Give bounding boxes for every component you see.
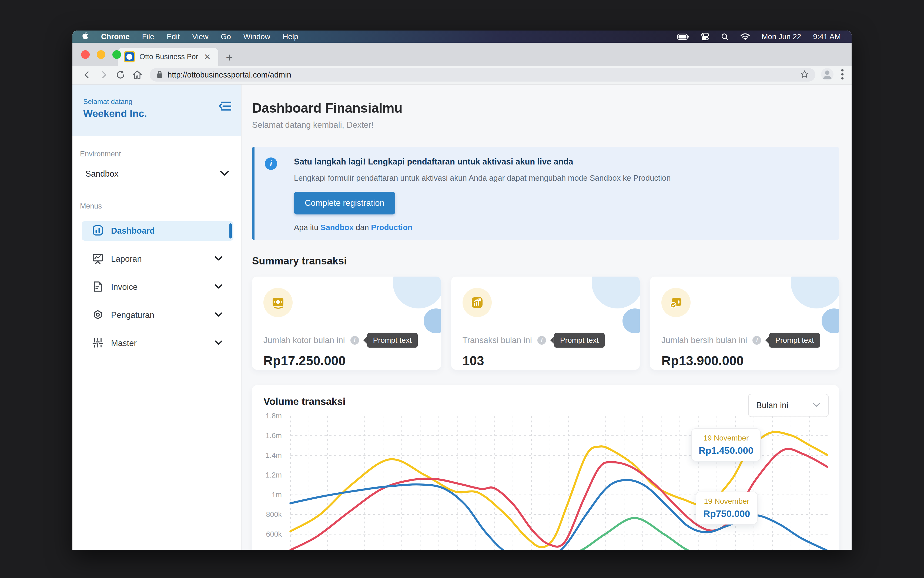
page-title: Dashboard Finansialmu — [252, 100, 839, 116]
volume-chart: 1.8m1.6m1.4m1.2m1m800k600k 19 November R… — [263, 411, 828, 550]
decor-circle — [622, 308, 640, 333]
battery-icon[interactable] — [677, 34, 689, 40]
bookmark-star-icon[interactable] — [800, 70, 809, 80]
minimize-window-button[interactable] — [97, 50, 106, 59]
environment-selector[interactable]: Sandbox — [72, 163, 241, 185]
banner-title: Satu langkah lagi! Lengkapi pendaftaran … — [294, 157, 828, 167]
page-content: Selamat datang Weekend Inc. Environment … — [72, 84, 852, 550]
card-value: Rp17.250.000 — [263, 353, 430, 368]
chevron-down-icon — [214, 284, 222, 290]
info-icon[interactable]: i — [752, 336, 761, 345]
tooltip-value: Rp750.000 — [703, 508, 750, 519]
info-icon[interactable]: i — [538, 336, 546, 345]
address-bar[interactable]: http://ottobusinessportal.com/admin — [150, 68, 815, 81]
card-label: Jumlah kotor bulan ini — [263, 336, 345, 345]
banner-subtitle: Lengkapi formulir pendaftaran untuk akti… — [294, 174, 828, 183]
sidebar-item-label: Master — [111, 338, 214, 348]
svg-text:1.4m: 1.4m — [266, 451, 282, 459]
sidebar: Selamat datang Weekend Inc. Environment … — [72, 84, 242, 550]
sidebar-item-label: Pengaturan — [111, 310, 214, 320]
prompt-tooltip: Prompt text — [769, 333, 820, 347]
profile-avatar-icon[interactable] — [821, 68, 834, 82]
home-icon[interactable] — [130, 68, 144, 82]
environment-value: Sandbox — [85, 169, 220, 179]
info-icon[interactable]: i — [351, 336, 359, 345]
collapse-sidebar-icon[interactable] — [219, 101, 231, 113]
welcome-text: Selamat datang — [83, 97, 231, 106]
complete-registration-button[interactable]: Complete registration — [294, 192, 395, 214]
card-jumlah-bersih: Jumlah bersih bulan ini i Prompt text Rp… — [650, 276, 839, 370]
sidebar-item-pengaturan[interactable]: Pengaturan — [82, 305, 234, 325]
menu-file[interactable]: File — [142, 32, 154, 41]
tab-otto-business-portal[interactable]: Otto Business Portal ✕ — [118, 48, 218, 66]
company-name: Weekend Inc. — [83, 108, 231, 119]
tooltip-value: Rp1.450.000 — [699, 445, 753, 456]
new-tab-button[interactable]: + — [226, 52, 233, 63]
dashboard-icon — [92, 225, 104, 237]
banknote-icon — [263, 288, 292, 317]
production-link[interactable]: Production — [371, 223, 412, 232]
back-icon[interactable] — [80, 68, 94, 82]
lock-icon — [156, 70, 163, 80]
menus-label: Menus — [80, 202, 241, 210]
site-favicon — [124, 51, 135, 62]
page-subtitle: Selamat datang kembali, Dexter! — [252, 120, 839, 130]
period-filter-value: Bulan ini — [756, 401, 812, 410]
apple-menu-icon[interactable] — [81, 32, 89, 42]
active-indicator — [229, 223, 232, 239]
chevron-down-icon — [214, 312, 222, 318]
menu-bar-date[interactable]: Mon Jun 22 — [762, 32, 801, 41]
sidebar-item-label: Laporan — [111, 254, 214, 264]
menu-bar-clock[interactable]: 9:41 AM — [813, 32, 841, 41]
svg-text:800k: 800k — [266, 510, 282, 519]
main-content: Dashboard Finansialmu Selamat datang kem… — [242, 84, 852, 550]
tab-strip: Otto Business Portal ✕ + — [72, 43, 852, 66]
chevron-down-icon — [220, 171, 229, 177]
menu-chrome[interactable]: Chrome — [101, 32, 130, 41]
menu-go[interactable]: Go — [221, 32, 231, 41]
browser-menu-icon[interactable] — [841, 68, 844, 81]
chart-title: Volume transaksi — [263, 396, 828, 407]
forward-icon[interactable] — [97, 68, 111, 82]
wifi-icon[interactable] — [740, 33, 750, 40]
card-transaksi: Transaksi bulan ini i Prompt text 103 — [451, 276, 640, 370]
sidebar-item-dashboard[interactable]: Dashboard — [82, 221, 234, 241]
close-window-button[interactable] — [81, 50, 90, 59]
control-center-icon[interactable] — [701, 32, 709, 41]
card-jumlah-kotor: Jumlah kotor bulan ini i Prompt text Rp1… — [252, 276, 441, 370]
maximize-window-button[interactable] — [112, 50, 121, 59]
menu-help[interactable]: Help — [283, 32, 298, 41]
tooltip-date: 19 November — [703, 497, 750, 506]
prompt-tooltip: Prompt text — [554, 333, 605, 347]
tab-title: Otto Business Portal — [140, 53, 198, 61]
footnote-middle: dan — [354, 223, 371, 232]
sandbox-link[interactable]: Sandbox — [320, 223, 353, 232]
menu-edit[interactable]: Edit — [167, 32, 180, 41]
apple-logo-icon — [81, 32, 89, 40]
url-text: http://ottobusinessportal.com/admin — [167, 70, 796, 80]
sidebar-item-laporan[interactable]: Laporan — [82, 249, 234, 269]
info-icon: i — [265, 157, 277, 170]
environment-label: Environment — [80, 150, 241, 158]
menu-window[interactable]: Window — [244, 32, 270, 41]
search-icon[interactable] — [721, 33, 729, 41]
sidebar-item-invoice[interactable]: Invoice — [82, 278, 234, 297]
wallet-check-icon — [661, 288, 690, 317]
sidebar-header: Selamat datang Weekend Inc. — [72, 84, 241, 136]
reload-icon[interactable] — [114, 68, 128, 82]
sidebar-item-master[interactable]: Master — [82, 334, 234, 353]
tab-close-icon[interactable]: ✕ — [202, 52, 212, 62]
svg-text:600k: 600k — [266, 530, 282, 538]
decor-circle — [393, 276, 441, 308]
decor-circle — [791, 276, 839, 308]
chart-tooltip: 19 November Rp750.000 — [696, 492, 758, 524]
chevron-down-icon — [214, 340, 222, 346]
summary-heading: Summary transaksi — [252, 255, 839, 267]
card-label: Jumlah bersih bulan ini — [661, 336, 747, 345]
volume-chart-card: Volume transaksi Bulan ini 1.8m1.6m1.4m1… — [252, 385, 839, 550]
menu-view[interactable]: View — [192, 32, 208, 41]
decor-circle — [424, 308, 441, 333]
chart-tooltip: 19 November Rp1.450.000 — [691, 429, 761, 461]
svg-text:1m: 1m — [271, 491, 282, 499]
tooltip-date: 19 November — [699, 434, 753, 442]
